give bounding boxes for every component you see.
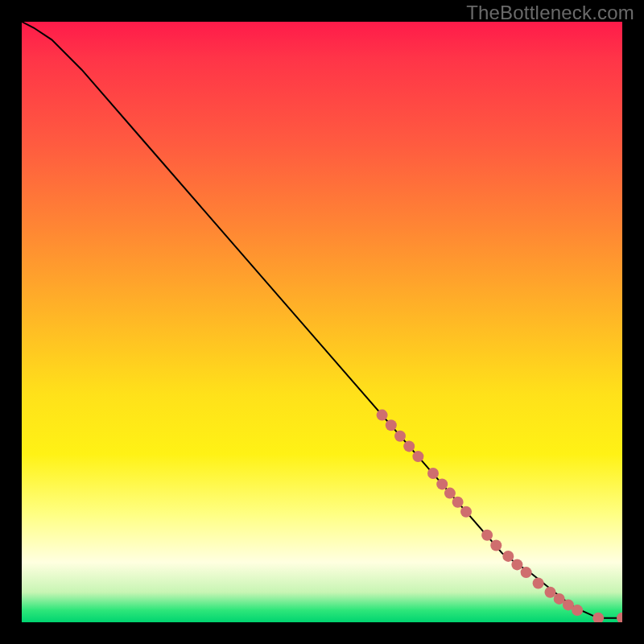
- chart-frame: TheBottleneck.com: [0, 0, 644, 644]
- data-marker: [436, 478, 448, 489]
- data-marker: [427, 468, 439, 479]
- data-marker: [533, 578, 544, 589]
- data-marker: [521, 567, 532, 578]
- plot-area: [22, 22, 622, 622]
- data-marker: [572, 605, 583, 616]
- bottleneck-curve: [22, 22, 622, 618]
- data-marker: [386, 419, 397, 431]
- data-marker: [617, 613, 622, 622]
- data-marker: [502, 551, 514, 562]
- data-marker: [481, 530, 493, 541]
- data-marker: [394, 431, 406, 442]
- data-marker: [444, 488, 456, 499]
- data-marker: [460, 506, 472, 518]
- marker-group: [377, 410, 622, 622]
- overlay-svg: [22, 22, 622, 622]
- data-marker: [511, 559, 522, 570]
- data-marker: [403, 440, 415, 452]
- data-marker: [545, 587, 556, 598]
- data-marker: [490, 540, 502, 551]
- watermark-label: TheBottleneck.com: [466, 2, 634, 24]
- data-marker: [452, 497, 464, 508]
- data-marker: [377, 410, 388, 421]
- data-marker: [412, 451, 423, 462]
- data-marker: [592, 613, 604, 622]
